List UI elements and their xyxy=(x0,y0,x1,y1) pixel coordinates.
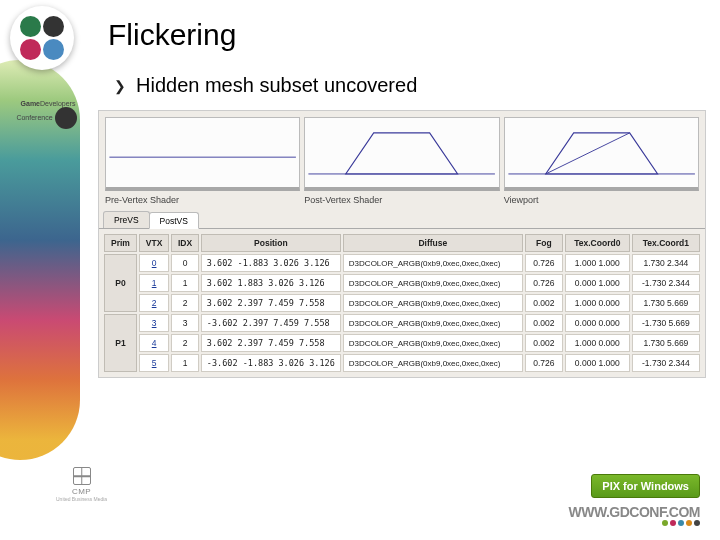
slide-title: Flickering xyxy=(108,18,236,52)
prim-cell: P1 xyxy=(104,314,137,372)
viewport-post-vertex: Post-Vertex Shader xyxy=(304,117,499,205)
footer-right: PIX for Windows WWW.GDCONF.COM xyxy=(569,474,700,520)
vtx-link[interactable]: 1 xyxy=(152,278,157,288)
tab-row: PreVS PostVS xyxy=(99,211,705,229)
chevron-right-icon: ❯ xyxy=(114,78,126,94)
col-tc1[interactable]: Tex.Coord1 xyxy=(632,234,700,252)
table-row[interactable]: 223.602 2.397 7.459 7.558D3DCOLOR_ARGB(0… xyxy=(104,294,700,312)
table-row[interactable]: P133-3.602 2.397 7.459 7.558D3DCOLOR_ARG… xyxy=(104,314,700,332)
gdconf-url: WWW.GDCONF.COM xyxy=(569,504,700,520)
vtx-link[interactable]: 2 xyxy=(152,298,157,308)
debugger-panel: Pre-Vertex Shader Post-Vertex Shader Vie… xyxy=(98,110,706,378)
cmp-text: CMP xyxy=(72,487,91,496)
viewport-final: Viewport xyxy=(504,117,699,205)
gdc-conference-logo: GameDevelopersConference xyxy=(8,100,88,129)
table-row[interactable]: P0003.602 -1.883 3.026 3.126D3DCOLOR_ARG… xyxy=(104,254,700,272)
decorative-stripe: GameDevelopersConference xyxy=(0,0,90,540)
viewport-label: Pre-Vertex Shader xyxy=(105,191,300,205)
quatrefoil-logo xyxy=(10,6,74,70)
col-vtx[interactable]: VTX xyxy=(139,234,169,252)
svg-marker-1 xyxy=(346,133,458,174)
col-idx[interactable]: IDX xyxy=(171,234,199,252)
col-diffuse[interactable]: Diffuse xyxy=(343,234,523,252)
vtx-link[interactable]: 0 xyxy=(152,258,157,268)
tab-prevs[interactable]: PreVS xyxy=(103,211,150,228)
viewport-row: Pre-Vertex Shader Post-Vertex Shader Vie… xyxy=(99,111,705,207)
vtx-link[interactable]: 4 xyxy=(152,338,157,348)
table-row[interactable]: 51-3.602 -1.883 3.026 3.126D3DCOLOR_ARGB… xyxy=(104,354,700,372)
table-row[interactable]: 113.602 1.883 3.026 3.126D3DCOLOR_ARGB(0… xyxy=(104,274,700,292)
bullet-item: ❯ Hidden mesh subset uncovered xyxy=(114,74,417,97)
svg-marker-3 xyxy=(545,133,657,174)
pix-for-windows-badge: PIX for Windows xyxy=(591,474,700,498)
tab-postvs[interactable]: PostVS xyxy=(149,212,199,229)
vtx-link[interactable]: 5 xyxy=(152,358,157,368)
vertex-data-table: Prim VTX IDX Position Diffuse Fog Tex.Co… xyxy=(99,229,705,377)
col-prim[interactable]: Prim xyxy=(104,234,137,252)
col-fog[interactable]: Fog xyxy=(525,234,563,252)
col-tc0[interactable]: Tex.Coord0 xyxy=(565,234,630,252)
viewport-label: Post-Vertex Shader xyxy=(304,191,499,205)
viewport-pre-vertex: Pre-Vertex Shader xyxy=(105,117,300,205)
cmp-logo-block: CMP United Business Media xyxy=(56,467,107,502)
bullet-text: Hidden mesh subset uncovered xyxy=(136,74,417,97)
cmp-subtext: United Business Media xyxy=(56,496,107,502)
footer-dots xyxy=(662,520,700,526)
cmp-icon xyxy=(73,467,91,485)
col-position[interactable]: Position xyxy=(201,234,341,252)
vtx-link[interactable]: 3 xyxy=(152,318,157,328)
svg-line-4 xyxy=(545,133,629,174)
table-row[interactable]: 423.602 2.397 7.459 7.558D3DCOLOR_ARGB(0… xyxy=(104,334,700,352)
prim-cell: P0 xyxy=(104,254,137,312)
viewport-label: Viewport xyxy=(504,191,699,205)
